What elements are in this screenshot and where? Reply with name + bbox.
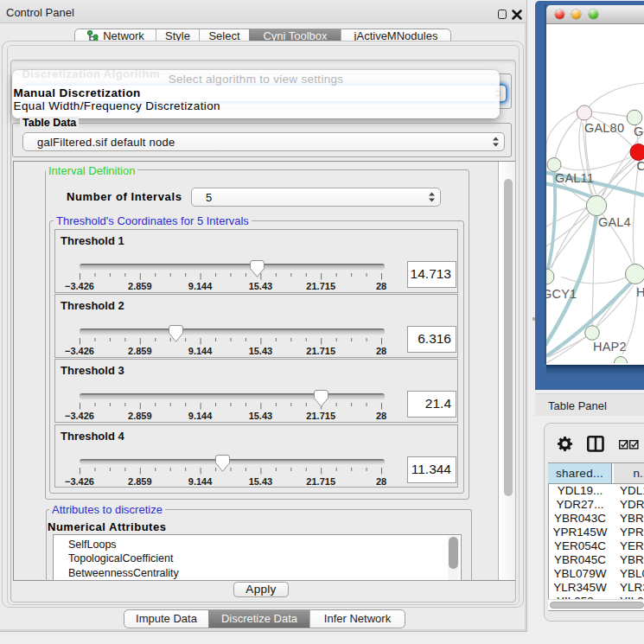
svg-text:HAP2: HAP2	[593, 340, 627, 354]
svg-text:H: H	[636, 285, 644, 299]
svg-text:GAL11: GAL11	[555, 171, 594, 185]
svg-text:C: C	[637, 159, 644, 173]
svg-text:GCY1: GCY1	[546, 287, 577, 301]
svg-text:GAL4: GAL4	[598, 215, 631, 229]
svg-text:GAL80: GAL80	[584, 121, 624, 135]
svg-text:G.: G.	[634, 124, 644, 138]
